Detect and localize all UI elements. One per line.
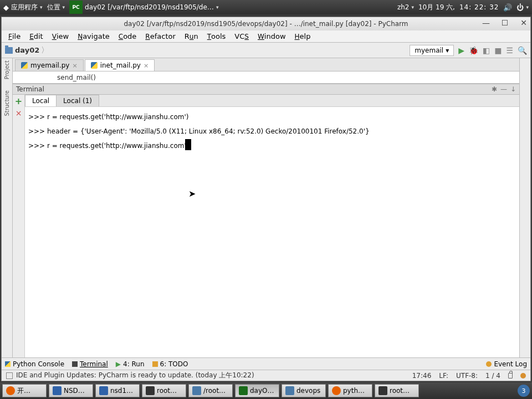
window-title: day02 [/var/ftp/nsd2019/nsd1905/devops/d… <box>124 20 408 28</box>
todo-tool[interactable]: 6: TODO <box>152 360 188 368</box>
lock-icon[interactable] <box>508 373 513 378</box>
term-icon <box>146 386 155 395</box>
menu-refactor[interactable]: Refactor <box>141 31 180 42</box>
python-console-tool[interactable]: Python Console <box>5 360 64 368</box>
maximize-button[interactable]: ☐ <box>500 18 509 27</box>
applications-menu[interactable]: ◆ 应用程序 ▾ <box>3 3 43 12</box>
menu-window[interactable]: Window <box>253 31 290 42</box>
editor-tab-inet-mail[interactable]: inet_mail.py× <box>85 59 155 71</box>
bottom-tool-buttons: Python Console Terminal ▶4: Run 6: TODO … <box>2 357 530 370</box>
taskbar-item-label: root… <box>157 387 177 395</box>
close-button[interactable]: ✕ <box>519 18 528 27</box>
new-session-button[interactable]: + <box>15 96 22 106</box>
status-bar: IDE and Plugin Updates: PyCharm is ready… <box>2 370 530 381</box>
term-icon <box>378 386 387 395</box>
taskbar-item-label: nsd1… <box>110 387 133 395</box>
file-icon <box>285 386 294 395</box>
ff-icon <box>332 386 341 395</box>
menu-code[interactable]: Code <box>114 31 141 42</box>
menu-help[interactable]: Help <box>290 31 315 42</box>
terminal-tab-local-1[interactable]: Local (1) <box>56 95 99 106</box>
editor-tab-bar: myemail.py× inet_mail.py× <box>13 58 519 71</box>
close-tab-icon[interactable]: × <box>72 62 77 69</box>
terminal-panel-header[interactable]: Terminal ✱ — ↓ <box>13 84 519 95</box>
status-icon[interactable] <box>6 372 13 379</box>
mouse-pointer-icon: ➤ <box>188 187 196 201</box>
taskbar-item-6[interactable]: nsd1… <box>95 384 140 397</box>
pycharm-menu-bar: File Edit View Navigate Code Refactor Ru… <box>2 30 530 43</box>
menu-view[interactable]: View <box>48 31 73 42</box>
navigation-bar: day02 〉 myemail▾ ▶ 🐞 ◧ ■ ☰ 🔍 <box>2 43 530 58</box>
breadcrumb[interactable]: day02 <box>15 46 39 54</box>
taskbar-item-2[interactable]: devops <box>282 384 326 397</box>
taskbar-item-8[interactable]: 开… <box>2 384 47 397</box>
menu-tools[interactable]: Tools <box>203 31 231 42</box>
calendar-indicator[interactable]: 10月 19 六, <box>418 3 455 12</box>
minimize-button[interactable]: — <box>482 18 490 27</box>
pycharm-icon: PC <box>69 1 83 14</box>
taskbar-item-1[interactable]: pyth… <box>328 384 372 397</box>
run-tool[interactable]: ▶4: Run <box>116 360 145 368</box>
clock[interactable]: 14: 22: 32 <box>459 3 499 11</box>
gnome-bottom-panel: 开…NSD…nsd1…root…/root…dayO…devopspyth…ro… <box>0 382 532 399</box>
terminal-panel-title: Terminal <box>16 85 44 93</box>
ff-icon <box>6 386 15 395</box>
places-menu[interactable]: 位置 ▾ <box>47 3 65 12</box>
status-encoding[interactable]: UTF-8: <box>456 372 478 380</box>
close-session-button[interactable]: × <box>16 109 22 117</box>
status-position: 1 / 4 <box>485 372 500 380</box>
taskbar-item-label: 开… <box>17 386 30 396</box>
tray-notification-icon[interactable]: 3 <box>518 385 530 397</box>
folder-icon <box>5 47 13 54</box>
terminal-tab-bar: Local Local (1) <box>25 95 519 107</box>
taskbar-item-4[interactable]: /root… <box>188 384 233 397</box>
project-tool-button[interactable]: Project <box>4 60 10 79</box>
search-everywhere-button[interactable]: 🔍 <box>518 46 527 55</box>
terminal-output[interactable]: >>> r = requests.get('http://www.jianshu… <box>25 107 519 357</box>
taskbar-item-0[interactable]: root… <box>375 384 419 397</box>
todo-icon <box>152 361 158 367</box>
close-tab-icon[interactable]: × <box>144 62 149 69</box>
terminal-tool[interactable]: Terminal <box>72 360 108 368</box>
debug-button[interactable]: 🐞 <box>469 46 478 55</box>
run-button[interactable]: ▶ <box>458 46 464 55</box>
taskbar-item-label: devops <box>296 387 320 395</box>
taskbar-item-label: dayO… <box>250 387 274 395</box>
update-button[interactable]: ☰ <box>506 46 513 55</box>
hide-panel-icon-2[interactable]: ↓ <box>510 85 516 93</box>
run-config-selector[interactable]: myemail▾ <box>410 45 454 56</box>
status-linesep[interactable]: LF: <box>439 372 448 380</box>
status-message: IDE and Plugin Updates: PyCharm is ready… <box>16 371 254 380</box>
editor-tab-myemail[interactable]: myemail.py× <box>15 59 84 71</box>
left-tool-stripe[interactable]: Project Structure <box>2 58 13 357</box>
menu-run[interactable]: Run <box>180 31 203 42</box>
volume-icon[interactable]: 🔊 <box>503 3 512 12</box>
menu-vcs[interactable]: VCS <box>230 31 253 42</box>
power-icon[interactable]: ⏻ ▾ <box>516 3 529 12</box>
structure-tool-button[interactable]: Structure <box>4 90 10 116</box>
event-log-tool[interactable]: Event Log <box>486 360 527 368</box>
stop-button[interactable]: ■ <box>494 46 502 55</box>
taskbar-item-3[interactable]: dayO… <box>235 384 279 397</box>
python-file-icon <box>21 62 28 69</box>
coverage-button[interactable]: ◧ <box>483 46 490 55</box>
terminal-sidebar: + × <box>13 95 25 357</box>
menu-navigate[interactable]: Navigate <box>73 31 114 42</box>
editor-visible-line[interactable]: send_mail() <box>13 71 519 84</box>
taskbar-item-5[interactable]: root… <box>142 384 186 397</box>
hide-panel-icon[interactable]: — <box>500 85 507 93</box>
taskbar-item-7[interactable]: NSD… <box>49 384 93 397</box>
input-method-indicator[interactable]: zh2 ▾ <box>397 3 414 11</box>
gear-icon[interactable]: ✱ <box>492 85 497 93</box>
app-icon <box>53 386 62 395</box>
gnome-top-panel: ◆ 应用程序 ▾ 位置 ▾ PC day02 [/var/ftp/nsd2019… <box>0 0 532 14</box>
file-icon <box>192 386 201 395</box>
status-time: 17:46 <box>412 372 432 380</box>
menu-file[interactable]: File <box>4 31 25 42</box>
right-tool-stripe[interactable] <box>519 58 530 357</box>
active-window-indicator[interactable]: PC day02 [/var/ftp/nsd2019/nsd1905/de… ▾ <box>69 1 218 14</box>
hector-icon[interactable] <box>520 373 526 378</box>
terminal-tab-local[interactable]: Local <box>25 95 57 106</box>
taskbar-item-label: /root… <box>203 387 226 395</box>
menu-edit[interactable]: Edit <box>25 31 48 42</box>
